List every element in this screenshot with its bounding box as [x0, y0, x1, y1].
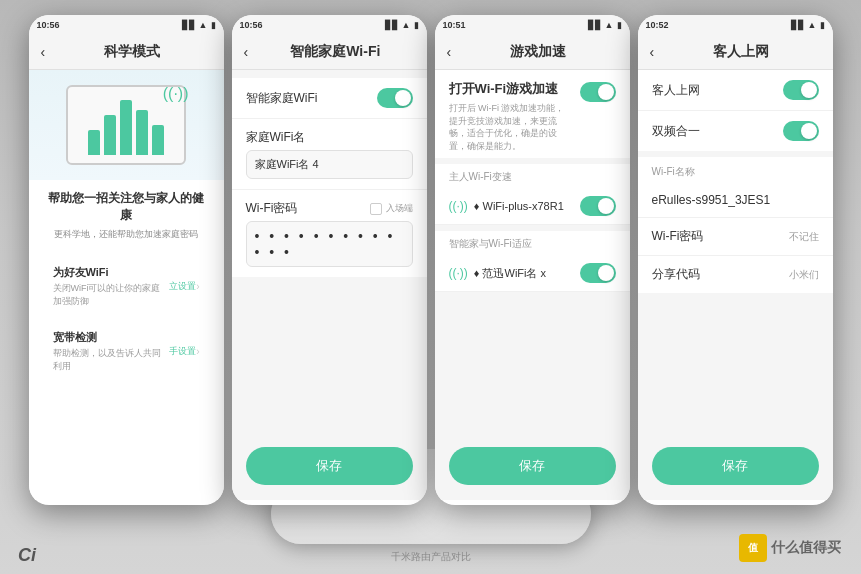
phone2-toggle[interactable]: [377, 88, 413, 108]
phone3-game-toggle[interactable]: [580, 82, 616, 102]
phone1-back-button[interactable]: ‹: [41, 44, 46, 60]
phone3-title: 游戏加速: [459, 43, 617, 61]
phone3-wifi-toggle[interactable]: [580, 196, 616, 216]
phone4-wifi-info-section: Wi-Fi名称 eRulles-s9951_3JES1 Wi-Fi密码 不记住 …: [638, 157, 833, 293]
phone4-toggles-section: 客人上网 双频合一: [638, 70, 833, 151]
phone2-time: 10:56: [240, 20, 263, 30]
phone2-toggle-label: 智能家庭WiFi: [246, 90, 318, 107]
phone4-save-button[interactable]: 保存: [652, 447, 819, 485]
phone1-content: ((·)) 帮助您一招关注您与家人的健康 更科学地，还能帮助您加速家庭密码 为好…: [29, 70, 224, 500]
phone2-wifiname-row: 家庭WiFi名 家庭WiFi名 4: [232, 119, 427, 190]
phone3-save-button[interactable]: 保存: [449, 447, 616, 485]
phone3-game-desc: 打开后 Wi-Fi 游戏加速功能，提升竞技游戏加速，来更流畅，适合于优化，确是的…: [449, 102, 572, 152]
phone4-title: 客人上网: [662, 43, 820, 61]
phone3-wifi-signal-icon: ((·)): [449, 199, 468, 213]
phone1-wifi-icon: ▲: [199, 20, 208, 30]
phone2-title: 智能家庭Wi-Fi: [256, 43, 414, 61]
phone1-status-bar: 10:56 ▊▊ ▲ ▮: [29, 15, 224, 35]
bar-5: [152, 125, 164, 155]
feature-1-chevron-icon: ›: [196, 281, 199, 292]
watermark-text: 什么值得买: [771, 539, 841, 557]
phone1-feature-list: 为好友WiFi 关闭WiFi可以的让你的家庭加强防御 立设置 › 宽带检测 帮助…: [29, 251, 224, 393]
bar-4: [136, 110, 148, 155]
feature-2-text: 宽带检测 帮助检测，以及告诉人共同利用: [53, 330, 170, 373]
phone4-wifi-icon: ▲: [808, 20, 817, 30]
phone3-smart-toggle[interactable]: [580, 263, 616, 283]
phone4-password-row: Wi-Fi密码 不记住: [638, 218, 833, 256]
phone3-smart-item-1: ((·)) ♦ 范迅WiFi名 x: [435, 255, 630, 292]
phone4-dual-label: 双频合一: [652, 123, 700, 140]
feature-1-action[interactable]: 立设置: [169, 280, 196, 293]
phone4-back-button[interactable]: ‹: [650, 44, 655, 60]
phone4-share-value: 小米们: [789, 268, 819, 282]
feature-2-action[interactable]: 手设置: [169, 345, 196, 358]
phone2-password-row: Wi-Fi密码 入场端 • • • • • • • • • • • • •: [232, 190, 427, 277]
phone3-back-button[interactable]: ‹: [447, 44, 452, 60]
phone2-signal-icon: ▊▊: [385, 20, 399, 30]
feature-item-1[interactable]: 为好友WiFi 关闭WiFi可以的让你的家庭加强防御 立设置 ›: [43, 257, 210, 316]
phone4-header: ‹ 客人上网: [638, 35, 833, 70]
phone-2: 10:56 ▊▊ ▲ ▮ ‹ 智能家庭Wi-Fi 智能家庭WiFi 家庭WiFi…: [232, 15, 427, 505]
phone3-wifi-label: ♦ WiFi-plus-x78R1: [474, 200, 564, 212]
phone2-save-button[interactable]: 保存: [246, 447, 413, 485]
phone2-battery-icon: ▮: [414, 20, 419, 30]
phone4-dual-toggle[interactable]: [783, 121, 819, 141]
phone3-smart-home-section: 智能家与Wi-Fi适应 ((·)) ♦ 范迅WiFi名 x: [435, 231, 630, 292]
phone2-wifiname-label: 家庭WiFi名: [246, 129, 413, 146]
watermark: 值 什么值得买: [739, 534, 841, 562]
phone1-desc-title: 帮助您一招关注您与家人的健康: [43, 190, 210, 224]
phone3-wifi-accel-section: 主人Wi-Fi变速 ((·)) ♦ WiFi-plus-x78R1: [435, 164, 630, 225]
phone2-checkbox-label: 入场端: [386, 202, 413, 215]
phone2-header: ‹ 智能家庭Wi-Fi: [232, 35, 427, 70]
phone4-content: 客人上网 双频合一 Wi-Fi名称 eRulles-s9951_3JES1 Wi…: [638, 70, 833, 500]
phone4-guest-toggle[interactable]: [783, 80, 819, 100]
phone1-icons: ▊▊ ▲ ▮: [182, 20, 216, 30]
bar-2: [104, 115, 116, 155]
phone3-header: ‹ 游戏加速: [435, 35, 630, 70]
phone4-dual-toggle-row[interactable]: 双频合一: [638, 111, 833, 151]
phone4-share-row: 分享代码 小米们: [638, 256, 833, 293]
phone3-game-accel-section: 打开Wi-Fi游戏加速 打开后 Wi-Fi 游戏加速功能，提升竞技游戏加速，来更…: [435, 70, 630, 158]
phone2-back-button[interactable]: ‹: [244, 44, 249, 60]
phone2-wifi-icon: ▲: [402, 20, 411, 30]
phone4-status-bar: 10:52 ▊▊ ▲ ▮: [638, 15, 833, 35]
phone3-smart-label: ♦ 范迅WiFi名 x: [474, 266, 546, 281]
ci-badge: Ci: [18, 545, 36, 566]
phone2-wifiname-input[interactable]: 家庭WiFi名 4: [246, 150, 413, 179]
phone-3: 10:51 ▊▊ ▲ ▮ ‹ 游戏加速 打开Wi-Fi游戏加速 打开后 Wi-F…: [435, 15, 630, 505]
bottom-caption: 千米路由产品对比: [391, 550, 471, 564]
bar-1: [88, 130, 100, 155]
phone4-guest-toggle-row[interactable]: 客人上网: [638, 70, 833, 111]
phone1-illustration: ((·)): [29, 70, 224, 180]
phone4-password-value: 不记住: [789, 230, 819, 244]
phone3-time: 10:51: [443, 20, 466, 30]
phone3-content: 打开Wi-Fi游戏加速 打开后 Wi-Fi 游戏加速功能，提升竞技游戏加速，来更…: [435, 70, 630, 500]
phone2-icons: ▊▊ ▲ ▮: [385, 20, 419, 30]
phone4-signal-icon: ▊▊: [791, 20, 805, 30]
feature-1-name: 为好友WiFi: [53, 265, 170, 280]
phone3-wifi-section-header: 主人Wi-Fi变速: [435, 164, 630, 188]
phone2-settings-main: 智能家庭WiFi 家庭WiFi名 家庭WiFi名 4 Wi-Fi密码: [232, 78, 427, 277]
feature-item-2[interactable]: 宽带检测 帮助检测，以及告诉人共同利用 手设置 ›: [43, 322, 210, 381]
phone3-game-title: 打开Wi-Fi游戏加速: [449, 80, 572, 102]
feature-1-desc: 关闭WiFi可以的让你的家庭加强防御: [53, 282, 170, 308]
phone2-checkbox-row: 入场端: [370, 202, 413, 215]
phone4-battery-icon: ▮: [820, 20, 825, 30]
bar-3: [120, 100, 132, 155]
phone-1: 10:56 ▊▊ ▲ ▮ ‹ 科学模式 ((·)): [29, 15, 224, 505]
phone2-show-password-checkbox[interactable]: [370, 203, 382, 215]
phone-4: 10:52 ▊▊ ▲ ▮ ‹ 客人上网 客人上网 双频合一: [638, 15, 833, 505]
wifi-illustration-icon: ((·)): [163, 85, 189, 103]
phone1-time: 10:56: [37, 20, 60, 30]
phone2-password-input[interactable]: • • • • • • • • • • • • •: [246, 221, 413, 267]
phone2-toggle-row[interactable]: 智能家庭WiFi: [232, 78, 427, 119]
phones-container: 10:56 ▊▊ ▲ ▮ ‹ 科学模式 ((·)): [10, 15, 851, 505]
phone2-password-dots: • • • • • • • • • • • • •: [255, 228, 396, 260]
phone2-status-bar: 10:56 ▊▊ ▲ ▮: [232, 15, 427, 35]
feature-2-desc: 帮助检测，以及告诉人共同利用: [53, 347, 170, 373]
phone1-signal-icon: ▊▊: [182, 20, 196, 30]
feature-2-chevron-icon: ›: [196, 346, 199, 357]
phone1-battery-icon: ▮: [211, 20, 216, 30]
phone1-desc-sub: 更科学地，还能帮助您加速家庭密码: [43, 228, 210, 241]
phone1-title: 科学模式: [53, 43, 211, 61]
